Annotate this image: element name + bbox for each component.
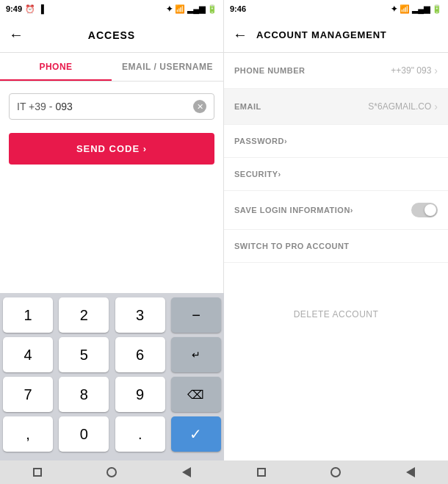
keyboard-row-2: 4 5 6 ↵	[3, 337, 221, 372]
delete-account-label[interactable]: DELETE ACCOUNT	[294, 309, 379, 319]
right-bottom-nav	[224, 460, 448, 484]
email-arrow-icon: ›	[434, 101, 438, 112]
left-top-bar: ← ACCESS	[0, 18, 223, 53]
phone-value-group: ++39" 093 ›	[391, 65, 438, 76]
phone-input-section: IT +39 - 093 ✕	[0, 82, 223, 127]
phone-input-row: IT +39 - 093 ✕	[9, 93, 214, 120]
left-status-left: 9:49 ⏰ ▐	[6, 4, 44, 14]
account-item-phone[interactable]: PHONE NUMBER ++39" 093 ›	[224, 53, 448, 89]
delete-account-section[interactable]: DELETE ACCOUNT	[224, 292, 448, 335]
circle-icon	[106, 467, 117, 477]
key-9[interactable]: 9	[115, 377, 165, 412]
phone-prefix: IT +39 -	[17, 101, 52, 112]
right-square-icon	[257, 468, 266, 477]
key-6[interactable]: 6	[115, 337, 165, 372]
key-0[interactable]: 0	[59, 416, 109, 452]
left-status-bar: 9:49 ⏰ ▐ ✦ 📶 ▂▄▆ 🔋	[0, 0, 223, 18]
clear-icon: ✕	[197, 102, 203, 112]
phone-number-display[interactable]: 093	[55, 101, 193, 112]
keyboard-row-1: 1 2 3 −	[3, 297, 221, 333]
right-circle-icon	[330, 467, 341, 477]
square-icon	[33, 468, 42, 477]
email-label: EMAIL	[234, 102, 261, 111]
tab-phone[interactable]: PHONE	[0, 53, 112, 81]
account-item-security[interactable]: SECURITY›	[224, 158, 448, 191]
right-status-right: ✦ 📶 ▂▄▆ 🔋	[391, 4, 442, 14]
left-time: 9:49	[6, 4, 22, 13]
right-top-bar: ← ACCOUNT MANAGEMENT	[224, 18, 448, 53]
key-backspace[interactable]: ⌫	[171, 377, 221, 412]
wifi-icon: 📶	[175, 4, 185, 14]
send-code-button[interactable]: SEND CODE ›	[9, 133, 214, 165]
media-icon: ▐	[38, 4, 44, 13]
email-value: S*6AGMAIL.CO	[368, 101, 431, 112]
key-3[interactable]: 3	[115, 297, 165, 333]
switch-pro-label: SWITCH TO PRO ACCOUNT	[234, 242, 350, 250]
nav-back-button[interactable]	[180, 466, 193, 479]
clear-button[interactable]: ✕	[193, 100, 206, 113]
password-label: PASSWORD›	[234, 137, 287, 145]
right-nav-home-button[interactable]	[329, 466, 342, 479]
key-5[interactable]: 5	[59, 337, 109, 372]
nav-square-button[interactable]	[31, 466, 44, 479]
right-back-button[interactable]: ←	[233, 26, 248, 43]
key-period[interactable]: .	[115, 416, 165, 452]
key-7[interactable]: 7	[3, 377, 53, 412]
account-list: PHONE NUMBER ++39" 093 › EMAIL S*6AGMAIL…	[224, 53, 448, 460]
account-item-save-login[interactable]: SAVE LOGIN INFORMATION›	[224, 191, 448, 230]
key-enter[interactable]: ↵	[171, 337, 221, 372]
right-panel: 9:46 ✦ 📶 ▂▄▆ 🔋 ← ACCOUNT MANAGEMENT PHON…	[224, 0, 448, 484]
security-label: SECURITY›	[234, 170, 281, 178]
key-4[interactable]: 4	[3, 337, 53, 372]
right-time: 9:46	[230, 4, 246, 13]
right-bluetooth-icon: ✦	[391, 4, 397, 14]
email-value-group: S*6AGMAIL.CO ›	[368, 101, 438, 112]
left-page-title: ACCESS	[88, 29, 135, 41]
triangle-icon	[182, 467, 191, 477]
left-panel: 9:49 ⏰ ▐ ✦ 📶 ▂▄▆ 🔋 ← ACCESS PHONE EMAIL …	[0, 0, 224, 484]
right-triangle-icon	[406, 467, 415, 477]
nav-home-button[interactable]	[105, 466, 118, 479]
right-nav-back-button[interactable]	[404, 466, 417, 479]
account-item-pro[interactable]: SWITCH TO PRO ACCOUNT	[224, 230, 448, 263]
phone-number-label: PHONE NUMBER	[234, 66, 305, 75]
key-8[interactable]: 8	[59, 377, 109, 412]
key-2[interactable]: 2	[59, 297, 109, 333]
keyboard-row-3: 7 8 9 ⌫	[3, 377, 221, 412]
save-login-toggle[interactable]	[411, 203, 438, 217]
phone-arrow-icon: ›	[434, 65, 438, 76]
toggle-knob	[424, 204, 436, 216]
key-minus[interactable]: −	[171, 297, 221, 333]
signal-icon: ▂▄▆	[187, 4, 205, 14]
right-wifi-icon: 📶	[400, 4, 410, 14]
right-status-bar: 9:46 ✦ 📶 ▂▄▆ 🔋	[224, 0, 448, 18]
account-item-password[interactable]: PASSWORD›	[224, 125, 448, 158]
tabs-row: PHONE EMAIL / USERNAME	[0, 53, 223, 82]
left-bottom-nav	[0, 460, 224, 484]
left-status-right: ✦ 📶 ▂▄▆ 🔋	[166, 4, 217, 14]
numeric-keyboard: 1 2 3 − 4 5 6 ↵ 7 8 9 ⌫ , 0 . ✓	[0, 293, 224, 460]
right-nav-square-button[interactable]	[255, 466, 268, 479]
save-login-label: SAVE LOGIN INFORMATION›	[234, 206, 353, 214]
key-1[interactable]: 1	[3, 297, 53, 333]
key-comma[interactable]: ,	[3, 416, 53, 452]
right-signal-icon: ▂▄▆	[412, 4, 430, 14]
battery-icon: 🔋	[207, 4, 217, 14]
key-confirm[interactable]: ✓	[171, 416, 221, 452]
left-back-button[interactable]: ←	[9, 26, 24, 43]
keyboard-row-4: , 0 . ✓	[3, 416, 221, 452]
right-page-title: ACCOUNT MANAGEMENT	[256, 29, 387, 40]
tab-email-username[interactable]: EMAIL / USERNAME	[112, 53, 223, 81]
phone-number-value: ++39" 093	[391, 65, 431, 76]
bluetooth-icon: ✦	[166, 4, 173, 14]
account-item-email[interactable]: EMAIL S*6AGMAIL.CO ›	[224, 89, 448, 125]
alarm-icon: ⏰	[25, 4, 35, 14]
right-battery-icon: 🔋	[432, 4, 442, 14]
